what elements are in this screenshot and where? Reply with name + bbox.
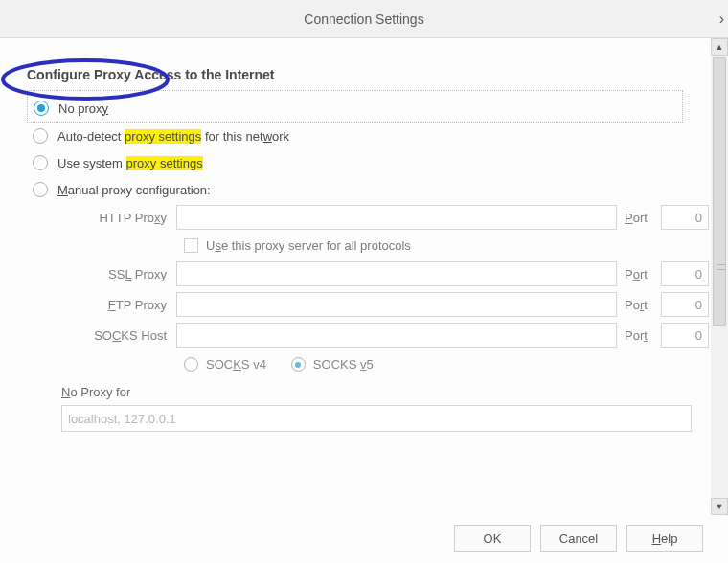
- help-button[interactable]: Help: [626, 525, 703, 552]
- scrollbar-up-arrow-icon[interactable]: ▲: [711, 38, 728, 56]
- dialog-button-bar: OK Cancel Help: [454, 525, 703, 552]
- radio-no-proxy[interactable]: [34, 101, 49, 116]
- radio-use-system[interactable]: [33, 155, 48, 170]
- http-port-input[interactable]: [661, 205, 709, 230]
- radio-manual-label: Manual proxy configuration:: [57, 183, 211, 197]
- proxy-fields-grid: HTTP Proxy Port Use this proxy server fo…: [27, 205, 697, 375]
- ftp-proxy-input[interactable]: [176, 292, 617, 317]
- chevron-right-icon[interactable]: ›: [719, 11, 724, 28]
- http-proxy-label: HTTP Proxy: [27, 211, 171, 225]
- vertical-scrollbar[interactable]: ▲ ▼: [711, 38, 728, 515]
- ssl-port-input[interactable]: [661, 261, 709, 286]
- socks-host-input[interactable]: [176, 323, 617, 348]
- proxy-options-group: No proxy: [27, 90, 683, 123]
- use-for-all-row[interactable]: Use this proxy server for all protocols: [176, 236, 709, 256]
- use-for-all-label: Use this proxy server for all protocols: [206, 238, 411, 253]
- ftp-port-label: Port: [623, 298, 655, 312]
- socks-version-row: SOCKS v4 SOCKS v5: [176, 353, 709, 375]
- http-port-label: Port: [623, 211, 655, 225]
- radio-socks5-label: SOCKS v5: [313, 357, 374, 372]
- radio-manual[interactable]: [33, 182, 48, 197]
- no-proxy-for-input[interactable]: [61, 405, 692, 432]
- ssl-proxy-input[interactable]: [176, 261, 617, 286]
- socks-port-input[interactable]: [661, 323, 709, 348]
- radio-auto-detect-row[interactable]: Auto-detect proxy settings for this netw…: [27, 123, 701, 149]
- use-for-all-checkbox[interactable]: [184, 238, 198, 253]
- socks-port-label: Port: [623, 328, 655, 343]
- ssl-port-label: Port: [623, 267, 655, 282]
- radio-manual-row[interactable]: Manual proxy configuration:: [27, 176, 701, 203]
- ok-button[interactable]: OK: [454, 525, 531, 552]
- http-proxy-input[interactable]: [176, 205, 617, 230]
- radio-socks4[interactable]: [184, 357, 198, 372]
- cancel-button[interactable]: Cancel: [540, 525, 617, 552]
- radio-auto-detect[interactable]: [33, 128, 48, 144]
- radio-no-proxy-label: No proxy: [58, 101, 108, 116]
- radio-socks5[interactable]: [291, 357, 306, 372]
- scrollbar-down-arrow-icon[interactable]: ▼: [711, 498, 728, 515]
- no-proxy-for-label: No Proxy for: [61, 385, 692, 399]
- scrollbar-grip-icon: [717, 264, 726, 270]
- radio-no-proxy-row[interactable]: No proxy: [34, 95, 676, 122]
- dialog-title: Connection Settings: [304, 11, 423, 27]
- ftp-port-input[interactable]: [661, 292, 709, 317]
- socks-host-label: SOCKS Host: [27, 328, 171, 343]
- radio-use-system-label: Use system proxy settings: [57, 156, 203, 170]
- radio-use-system-row[interactable]: Use system proxy settings: [27, 149, 701, 176]
- scrollbar-thumb[interactable]: [713, 57, 726, 326]
- section-heading: Configure Proxy Access to the Internet: [27, 67, 701, 82]
- radio-auto-detect-label: Auto-detect proxy settings for this netw…: [57, 129, 289, 144]
- ftp-proxy-label: FTP Proxy: [27, 298, 171, 312]
- no-proxy-for-section: No Proxy for: [61, 385, 692, 432]
- ssl-proxy-label: SSL Proxy: [27, 267, 171, 282]
- radio-socks4-label: SOCKS v4: [206, 357, 266, 372]
- title-bar: Connection Settings ›: [0, 0, 728, 38]
